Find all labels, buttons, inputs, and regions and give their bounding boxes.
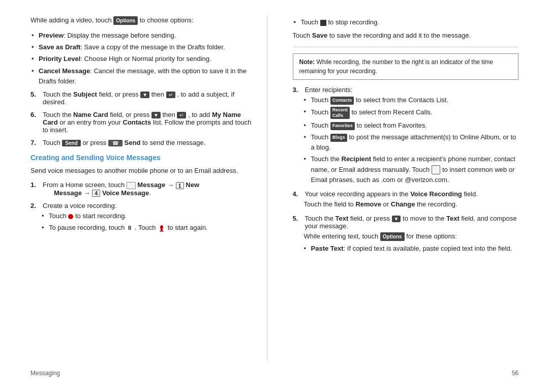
bullet-contacts: Touch Contacts to select from the Contac… — [303, 95, 519, 105]
phone-send-icon: ☎ — [108, 140, 123, 146]
two-column-layout: While adding a video, touch Options to c… — [30, 15, 518, 360]
arrow-down-icon: ▼ — [140, 92, 149, 98]
arrow-down-icon-3: ▼ — [392, 216, 401, 222]
note-box: Note: While recording, the number to the… — [293, 53, 519, 80]
contacts-button: Contacts — [330, 97, 354, 105]
step-6-left: 6. Touch the Name Card field, or press ▼… — [30, 111, 257, 134]
section-intro: Send voice messages to another mobile ph… — [30, 166, 257, 176]
recent-calls-button: RecentCalls — [330, 107, 350, 119]
enter-icon-2: ↵ — [177, 112, 186, 118]
stop-icon — [320, 20, 326, 26]
footer-page-num: 56 — [512, 370, 518, 377]
intro-text: While adding a video, touch — [30, 16, 112, 24]
step-2-bullets: Touch to start recording. To pause recor… — [41, 211, 257, 233]
arrow-down-icon-2: ▼ — [151, 112, 161, 118]
bullet-recipient-field: Touch the Recipient field to enter a rec… — [303, 154, 519, 185]
favorites-button: Favorites — [330, 122, 355, 130]
bullet-stop-recording: Touch to stop recording. — [293, 17, 519, 27]
step-5-right: 5. Touch the Text field, or press ▼ to m… — [293, 215, 519, 254]
list-item-cancel: Cancel Message: Cancel the message, with… — [30, 66, 257, 86]
step-1-left: 1. From a Home screen, touch Message → 1… — [30, 181, 257, 197]
insert-button — [432, 165, 441, 174]
divider — [293, 47, 519, 47]
bullet-blogs: Touch Blogs to post the message attachme… — [303, 132, 519, 153]
step-5-bullets: Paste Text: If copied text is available,… — [303, 244, 519, 254]
intro-line: While adding a video, touch Options to c… — [30, 15, 257, 25]
step-2-left: 2. Create a voice recording: Touch to st… — [30, 202, 257, 233]
page: While adding a video, touch Options to c… — [0, 0, 549, 392]
message-box-icon — [127, 182, 136, 189]
bullet-recent-calls: Touch RecentCalls to select from Recent … — [303, 107, 519, 119]
bullet-start-recording: Touch to start recording. — [41, 211, 257, 221]
pause-icon: ⏸ — [127, 224, 133, 232]
save-line: Touch Save to save the recording and add… — [293, 31, 519, 41]
svg-rect-2 — [160, 231, 164, 232]
list-item-save-draft: Save as Draft: Save a copy of the messag… — [30, 42, 257, 52]
step-4-right: 4. Your voice recording appears in the V… — [293, 190, 519, 209]
step-5-options-line: While entering text, touch Options for t… — [304, 231, 519, 242]
step-4-sub: Touch the field to Remove or Change the … — [304, 199, 519, 209]
top-bullet-list: Touch to stop recording. — [293, 17, 519, 27]
footer-section: Messaging — [30, 370, 60, 377]
blogs-button: Blogs — [330, 134, 347, 142]
bullet-favorites: Touch Favorites to select from Favorites… — [303, 120, 519, 131]
step-5-left: 5. Touch the Subject field, or press ▼ t… — [30, 91, 257, 106]
step-7-left: 7. Touch Send or press ☎ Send to send th… — [30, 139, 257, 146]
bullet-pause-recording: To pause recording, touch ⏸ . Touch to s… — [41, 223, 257, 233]
list-item-priority: Priority Level: Choose High or Normal pr… — [30, 54, 257, 64]
list-item-preview: Preview: Display the message before send… — [30, 31, 257, 41]
enter-icon: ↵ — [166, 92, 175, 98]
footer: Messaging 56 — [30, 370, 518, 377]
svg-point-0 — [160, 225, 163, 229]
left-column: While adding a video, touch Options to c… — [30, 15, 267, 360]
right-column: Touch to stop recording. Touch Save to s… — [288, 15, 519, 360]
step-3-bullets: Touch Contacts to select from the Contac… — [303, 95, 519, 185]
record-dot-icon — [68, 214, 73, 219]
step-3-right: 3. Enter recipients: Touch Contacts to s… — [293, 86, 519, 185]
bullet-paste-text: Paste Text: If copied text is available,… — [303, 244, 519, 254]
options-button-inline: Options — [113, 16, 138, 25]
svg-rect-1 — [161, 229, 163, 231]
mic-icon — [158, 224, 166, 232]
section-heading-voice: Creating and Sending Voice Messages — [30, 154, 257, 162]
options-list: Preview: Display the message before send… — [30, 31, 257, 86]
intro-end-text: to choose options: — [140, 16, 194, 24]
send-button-inline: Send — [62, 140, 80, 146]
options-button-text: Options — [380, 232, 405, 242]
